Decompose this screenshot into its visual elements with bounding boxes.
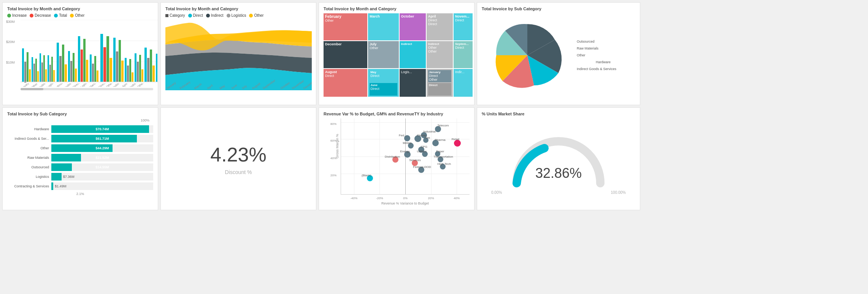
hbar-track-hardware: $70.74M (51, 125, 153, 133)
legend-increase: Increase (7, 13, 27, 18)
ytick-80: 80% (330, 122, 336, 126)
hbar-contracting: Contracting & Services $1.49M (7, 182, 153, 190)
hbar-rawmat: Raw Materials $21.52M (7, 154, 153, 161)
svg-rect-24 (70, 61, 72, 82)
hbar-hardware: Hardware $70.74M (7, 125, 153, 133)
hbar-track-contracting: $1.49M (51, 182, 153, 190)
svg-rect-32 (92, 64, 94, 82)
xlabel-ind3: Indirect (112, 83, 120, 87)
xlabel-ind2: Indirect (64, 83, 72, 87)
hbar-track-outsourced: $14.55M (51, 163, 153, 171)
hbar-value-hardware: $70.74M (95, 127, 109, 131)
treemap-march: March (368, 13, 399, 40)
label-utilities: Utilities (417, 150, 427, 153)
card4-title: Total Invoice by Sub Category (482, 6, 635, 11)
treemap-jan-other: January Direct Other Direct (427, 69, 453, 97)
label-federal: Fed... (399, 134, 406, 137)
hbar-label-contracting: Contracting & Services (7, 184, 49, 188)
pie-label-hardware: Hardware (596, 60, 616, 64)
label-hightech: High Tech (438, 162, 451, 166)
card-hbar: Total Invoice by Sub Category 100% Hardw… (2, 107, 158, 210)
hbar-other: Other $44.29M (7, 144, 153, 152)
svg-rect-44 (127, 66, 129, 82)
label-retail: Retail (452, 137, 459, 141)
svg-rect-13 (43, 55, 45, 82)
svg-rect-37 (106, 36, 109, 82)
svg-rect-33 (94, 56, 96, 82)
hbar-value-rawmat: $21.52M (95, 156, 109, 160)
xlabel-jan: January (21, 83, 30, 87)
svg-rect-18 (53, 70, 55, 82)
hbar-label-logistics: Logistics (7, 175, 49, 179)
treemap-sept: Septem... Direct (454, 41, 473, 68)
gauge-value: 32.86% (535, 165, 582, 181)
svg-rect-46 (132, 72, 133, 82)
svg-rect-11 (40, 53, 41, 82)
svg-rect-12 (41, 62, 43, 82)
card2-title: Total Invoice by Month and Category (165, 6, 311, 11)
hbar-fill-hardware: $70.74M (51, 125, 149, 133)
hbar-indirect: Indirect Goods & Ser... $61.71M (7, 135, 153, 142)
card2-legend: Category Direct Indirect Logistics Other (165, 13, 311, 18)
card-pie: Total Invoice by Sub Category O (477, 2, 640, 105)
svg-rect-48 (137, 62, 139, 82)
svg-rect-26 (75, 69, 77, 82)
legend-total: Total (54, 13, 67, 18)
card-bar-chart: Total Invoice by Month and Category Incr… (2, 2, 158, 105)
svg-rect-3 (22, 48, 24, 82)
hbar-fill-logistics (51, 173, 62, 181)
svg-rect-10 (37, 71, 39, 82)
hbar-outside-contracting: $1.49M (55, 184, 66, 188)
y-label-20m: $20M (6, 40, 15, 44)
card1-scrollbar[interactable] (21, 88, 153, 90)
ytick-60: 60% (330, 139, 336, 142)
card1-legend: Increase Decrease Total Other (7, 13, 153, 18)
legend-direct: Direct (188, 13, 203, 18)
x-axis-label: Revenue % Variance to Budget (341, 201, 470, 205)
svg-rect-39 (113, 38, 116, 82)
label-industrial: Industrial (423, 130, 435, 133)
svg-rect-34 (97, 70, 98, 82)
legend-other2: Other (249, 13, 263, 18)
treemap-december: December (324, 41, 367, 68)
xlabel-dir2: Direct (98, 83, 106, 87)
hbar-outsourced: Outsourced $14.55M (7, 163, 153, 171)
hbar-fill-rawmat: $21.52M (51, 154, 81, 161)
svg-rect-49 (139, 55, 141, 82)
xlabel-log2: Logistics (79, 83, 87, 87)
svg-rect-17 (51, 57, 53, 82)
gauge-display: 32.86% 0.00% 100.00% (482, 118, 635, 202)
xlabel-mar: March (87, 83, 98, 87)
card3-title: Total Invoice by Month and Category (324, 6, 470, 11)
label-services: Services (409, 158, 421, 162)
svg-rect-54 (152, 66, 155, 82)
treemap-august: August Direct (324, 69, 367, 97)
svg-rect-41 (119, 40, 121, 82)
xtick-40n: -40% (350, 197, 357, 200)
svg-rect-23 (68, 51, 70, 82)
treemap-july: July Other (368, 41, 399, 68)
svg-rect-22 (65, 64, 67, 82)
xlabel-oth: Other (30, 83, 38, 87)
hbar-label-hardware: Hardware (7, 127, 49, 131)
label-gas: Gas (425, 136, 430, 139)
hbar-label-other: Other (7, 146, 49, 150)
svg-rect-53 (150, 50, 152, 82)
hbar-label-outsourced: Outsourced (7, 165, 49, 169)
treemap-feb-other: February Other (324, 13, 367, 40)
card7-title: Revenue Var % to Budget, GM% and Revenue… (324, 112, 470, 116)
xtick-20n: -20% (376, 197, 383, 200)
svg-rect-50 (141, 69, 143, 82)
xlabel-apr: April (120, 83, 129, 87)
pct-100-label: 100% (7, 118, 149, 122)
svg-rect-25 (73, 53, 75, 82)
hbar-fill-contracting (51, 182, 53, 190)
xlabel-log: Logistics (46, 83, 54, 87)
svg-rect-31 (90, 54, 92, 82)
gauge-min: 0.00% (491, 190, 502, 195)
svg-rect-19 (57, 43, 59, 82)
label-distribution: Distribution (385, 155, 400, 158)
label-pharma: Pharma (435, 138, 446, 142)
svg-rect-35 (100, 34, 103, 82)
svg-rect-55 (156, 54, 157, 82)
